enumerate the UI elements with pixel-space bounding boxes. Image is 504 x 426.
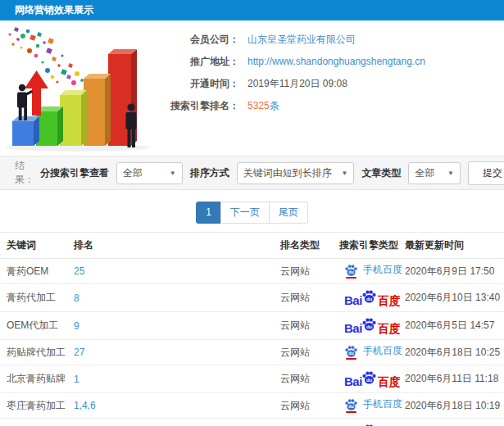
engine-type-cell: Baidu百度 bbox=[338, 312, 403, 340]
baidu-logo-name: 百度 bbox=[378, 376, 401, 387]
updated-time-cell: 2020年6月18日 10:25 bbox=[403, 340, 504, 365]
engine-type-cell: Baidu百度 bbox=[338, 365, 403, 393]
svg-text:du: du bbox=[348, 404, 353, 409]
growth-bar-chart-illustration bbox=[0, 23, 156, 154]
promotion-url-link[interactable]: http://www.shandonghuangshengtang.cn bbox=[247, 54, 425, 69]
updated-time-cell: 2020年6月18日 10:19 bbox=[403, 393, 504, 419]
baidu-paw-icon: du bbox=[344, 263, 358, 277]
keyword-cell: 枣庄膏药加工 bbox=[0, 393, 72, 419]
page-1-button[interactable]: 1 bbox=[196, 202, 221, 224]
rank-type-cell: 云网站 bbox=[279, 284, 338, 312]
baidu-paw-icon: du bbox=[362, 316, 377, 334]
result-label: 结果： bbox=[15, 159, 40, 187]
engine-view-label: 分搜索引擎查看 bbox=[40, 166, 109, 180]
article-type-label: 文章类型 bbox=[361, 166, 401, 180]
info-row-rank-count: 搜索引擎排名： 5325条 bbox=[156, 98, 504, 113]
chevron-down-icon: ▼ bbox=[170, 170, 176, 177]
table-row: 北京膏药贴牌1云网站Baidu百度2020年6月11日 11:18 bbox=[0, 365, 504, 393]
updated-time-cell: 2020年5月29日 10:32 bbox=[403, 419, 504, 426]
last-page-button[interactable]: 尾页 bbox=[269, 202, 308, 224]
engine-type-cell: Baidu百度 bbox=[338, 419, 403, 426]
table-header-row: 关键词 排名 排名类型 搜索引擎类型 最新更新时间 bbox=[0, 233, 504, 259]
table-row: 药贴牌代加工27云网站du手机百度2020年6月18日 10:25 bbox=[0, 340, 504, 365]
baidu-logo: Baidu百度 bbox=[344, 423, 401, 426]
updated-time-cell: 2020年6月10日 13:40 bbox=[403, 284, 504, 312]
mobile-baidu-label: 手机百度 bbox=[363, 344, 402, 358]
rank-cell: 8 bbox=[72, 284, 279, 312]
updated-time-cell: 2020年6月11日 11:18 bbox=[403, 365, 504, 393]
baidu-paw-icon: du bbox=[362, 288, 377, 306]
rank-link[interactable]: 1,4,6 bbox=[74, 400, 96, 411]
company-link[interactable]: 山东皇圣堂药业有限公司 bbox=[247, 32, 356, 47]
rank-cell: 4 bbox=[72, 419, 279, 426]
filter-bar: 结果： 分搜索引擎查看 全部 ▼ 排序方式 关键词由短到长排序 ▼ 文章类型 全… bbox=[0, 156, 504, 190]
keyword-cell: 膏药代加工 bbox=[0, 284, 72, 312]
rank-link[interactable]: 9 bbox=[74, 320, 79, 332]
table-row: 医疗器械厂家4云网站Baidu百度2020年5月29日 10:32 bbox=[0, 419, 504, 426]
keyword-cell: OEM代加工 bbox=[0, 312, 72, 340]
rank-cell: 1 bbox=[72, 365, 279, 393]
article-type-select[interactable]: 全部 ▼ bbox=[408, 162, 461, 184]
info-list: 会员公司： 山东皇圣堂药业有限公司 推广地址： http://www.shand… bbox=[156, 20, 504, 156]
submit-button[interactable]: 提交 bbox=[468, 161, 504, 185]
baidu-logo-bai: Bai bbox=[344, 294, 362, 306]
baidu-logo-name: 百度 bbox=[378, 323, 401, 334]
rank-count-label: 搜索引擎排名： bbox=[156, 98, 239, 113]
baidu-logo-bai: Bai bbox=[344, 375, 362, 387]
sort-label: 排序方式 bbox=[190, 166, 229, 180]
table-row: 枣庄膏药加工1,4,6云网站du手机百度2020年6月18日 10:19 bbox=[0, 393, 504, 419]
keyword-cell: 医疗器械厂家 bbox=[0, 419, 72, 426]
rank-type-cell: 云网站 bbox=[279, 259, 338, 284]
sort-selected-value: 关键词由短到长排序 bbox=[243, 166, 332, 180]
rank-type-cell: 云网站 bbox=[279, 340, 338, 365]
keyword-cell: 药贴牌代加工 bbox=[0, 340, 72, 365]
table-row: 膏药代加工8云网站Baidu百度2020年6月10日 13:40 bbox=[0, 284, 504, 312]
engine-view-selected-value: 全部 bbox=[123, 166, 143, 180]
svg-text:du: du bbox=[348, 270, 353, 274]
baidu-logo-bai: Bai bbox=[344, 322, 362, 334]
engine-type-cell: du手机百度 bbox=[338, 393, 403, 419]
col-header-rank: 排名 bbox=[72, 233, 279, 259]
baidu-logo: Baidu百度 bbox=[344, 369, 401, 387]
baidu-logo: Baidu百度 bbox=[344, 316, 401, 334]
svg-text:du: du bbox=[348, 351, 353, 356]
rank-link[interactable]: 25 bbox=[74, 265, 84, 277]
sort-select[interactable]: 关键词由短到长排序 ▼ bbox=[237, 162, 355, 184]
rank-link[interactable]: 1 bbox=[74, 374, 79, 385]
col-header-engine-type: 搜索引擎类型 bbox=[338, 233, 403, 259]
mobile-baidu-logo: du手机百度 bbox=[344, 263, 402, 277]
table-row: OEM代加工9云网站Baidu百度2020年6月5日 14:57 bbox=[0, 312, 504, 340]
promotion-url-label: 推广地址： bbox=[156, 54, 239, 69]
next-page-button[interactable]: 下一页 bbox=[220, 202, 270, 224]
baidu-paw-icon: du bbox=[344, 397, 358, 411]
info-section: 会员公司： 山东皇圣堂药业有限公司 推广地址： http://www.shand… bbox=[0, 20, 504, 156]
rank-link[interactable]: 8 bbox=[74, 292, 79, 304]
baidu-logo: Baidu百度 bbox=[344, 288, 401, 306]
info-row-url: 推广地址： http://www.shandonghuangshengtang.… bbox=[156, 54, 504, 69]
chevron-down-icon: ▼ bbox=[341, 170, 347, 177]
info-row-company: 会员公司： 山东皇圣堂药业有限公司 bbox=[156, 32, 504, 47]
engine-type-cell: du手机百度 bbox=[338, 340, 403, 365]
keyword-cell: 膏药OEM bbox=[0, 259, 72, 284]
engine-type-cell: Baidu百度 bbox=[338, 284, 403, 312]
updated-time-cell: 2020年6月5日 14:57 bbox=[403, 312, 504, 340]
baidu-paw-icon: du bbox=[344, 344, 358, 358]
baidu-logo-name: 百度 bbox=[378, 295, 401, 306]
svg-text:du: du bbox=[366, 378, 373, 383]
filter-controls: 分搜索引擎查看 全部 ▼ 排序方式 关键词由短到长排序 ▼ 文章类型 全部 ▼ … bbox=[40, 161, 504, 185]
engine-view-select[interactable]: 全部 ▼ bbox=[116, 162, 183, 184]
article-type-selected-value: 全部 bbox=[415, 166, 434, 180]
mobile-baidu-label: 手机百度 bbox=[363, 397, 402, 411]
window-title: 网络营销效果展示 bbox=[0, 0, 504, 20]
pagination: 1 下一页 尾页 bbox=[0, 202, 504, 224]
table-row: 膏药OEM25云网站du手机百度2020年6月9日 17:50 bbox=[0, 259, 504, 284]
chevron-down-icon: ▼ bbox=[447, 170, 454, 177]
rank-type-cell: 云网站 bbox=[279, 365, 338, 393]
rank-link[interactable]: 27 bbox=[74, 347, 84, 358]
rank-count-link[interactable]: 5325条 bbox=[247, 98, 279, 113]
rank-cell: 27 bbox=[72, 340, 279, 365]
rank-type-cell: 云网站 bbox=[279, 312, 338, 340]
svg-text:du: du bbox=[366, 297, 373, 301]
svg-text:du: du bbox=[366, 324, 373, 329]
rank-cell: 25 bbox=[72, 259, 279, 284]
